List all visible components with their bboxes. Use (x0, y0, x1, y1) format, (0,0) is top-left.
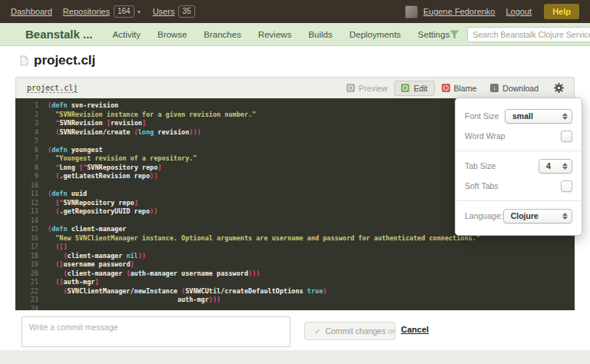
code-text: [^SVNRepository repo] (48, 199, 138, 208)
code-text: (defn svn-revision (48, 101, 118, 111)
line-number: 10 (15, 181, 38, 190)
select-stepper-icon (562, 163, 568, 170)
font-size-select[interactable]: small (505, 109, 572, 124)
page-heading: project.clj (20, 53, 95, 68)
line-number: 13 (15, 207, 38, 217)
language-label: Language: (465, 211, 503, 220)
code-text: (SVNClientManager/newInstance (SVNWCUtil… (48, 287, 326, 296)
code-text: "Youngest revision of a repository." (48, 154, 197, 164)
code-line: 23 auth-mgr))) (15, 296, 575, 305)
blame-icon (442, 84, 450, 92)
repositories-link[interactable]: Repositories (63, 7, 110, 16)
soft-tabs-checkbox[interactable] (561, 180, 572, 192)
tab-size-value: 4 (546, 161, 551, 170)
search-box (467, 27, 590, 42)
preview-icon (346, 84, 355, 92)
user-name-link[interactable]: Eugene Fedorenko (423, 7, 496, 16)
line-number: 16 (15, 234, 38, 243)
blame-button[interactable]: Blame (435, 81, 484, 96)
search-input[interactable] (467, 27, 590, 42)
code-line: 22 (SVNClientManager/newInstance (SVNWCU… (15, 287, 575, 296)
code-text: (defn youngest (48, 146, 103, 155)
nav-item-reviews[interactable]: Reviews (258, 30, 291, 39)
select-stepper-icon (562, 113, 568, 120)
edit-label: Edit (413, 84, 427, 93)
nav-item-browse[interactable]: Browse (157, 30, 187, 39)
footer-strip (0, 350, 590, 364)
language-row: Language: Clojure (456, 206, 582, 226)
preview-label: Preview (359, 84, 387, 93)
word-wrap-checkbox[interactable] (561, 131, 572, 142)
gear-icon[interactable] (552, 81, 566, 95)
code-text: (defn uuid (48, 190, 87, 199)
cancel-link[interactable]: Cancel (401, 325, 429, 334)
tab-size-row: Tab Size 4 (456, 156, 582, 176)
line-number: 1 (15, 101, 38, 111)
users-count-badge: 35 (178, 5, 194, 18)
soft-tabs-label: Soft Tabs (465, 181, 499, 190)
file-toolbar: project.clj Preview Edit Blame ↓ Downloa… (15, 77, 575, 98)
nav-item-settings[interactable]: Settings (418, 30, 450, 39)
code-text: (.getRepositoryUUID repo)) (48, 207, 157, 217)
code-text: "SVNRevision instance for a given revisi… (48, 111, 256, 120)
soft-tabs-row: Soft Tabs (456, 176, 582, 196)
settings-divider (456, 200, 582, 201)
preview-button[interactable]: Preview (340, 81, 394, 96)
help-button[interactable]: Help (544, 4, 579, 19)
repo-navbar: Beanstalk ... ActivityBrowseBranchesRevi… (0, 23, 590, 46)
user-avatar[interactable] (405, 5, 418, 18)
nav-items: ActivityBrowseBranchesReviewsBuildsDeplo… (113, 30, 450, 39)
logout-link[interactable]: Logout (506, 7, 532, 16)
nav-item-deployments[interactable]: Deployments (350, 30, 401, 39)
code-text: (client-manager nil)) (48, 252, 146, 261)
code-text: (.getLatestRevision repo)) (48, 172, 157, 181)
language-select[interactable]: Clojure (503, 209, 572, 223)
filter-icon[interactable] (449, 30, 459, 39)
code-line: 20 (client-manager (auth-manager usernam… (15, 270, 575, 279)
edit-icon (401, 84, 409, 92)
code-text: (SVNRevision/create (long revision))) (48, 128, 201, 137)
code-line: 21 ([auth-mgr] (15, 278, 575, 287)
code-text: auth-mgr))) (48, 296, 220, 305)
line-number: 3 (15, 119, 38, 128)
line-number: 5 (15, 137, 38, 146)
line-number: 21 (15, 278, 38, 287)
line-number: 4 (15, 128, 38, 137)
line-number: 14 (15, 217, 38, 226)
download-label: Download (502, 84, 539, 93)
code-line: 24 (15, 305, 575, 311)
nav-item-builds[interactable]: Builds (308, 30, 332, 39)
code-line: 19 ([username password] (15, 260, 575, 270)
settings-divider (456, 151, 582, 151)
nav-item-branches[interactable]: Branches (204, 30, 241, 39)
code-text: (defn client-manager (48, 225, 126, 234)
line-number: 19 (15, 260, 38, 270)
language-value: Clojure (511, 211, 539, 220)
code-line: 17 ([] (15, 243, 575, 252)
commit-message-input[interactable] (22, 316, 290, 347)
line-number: 2 (15, 111, 38, 120)
repositories-dropdown-caret-icon[interactable]: ▾ (138, 8, 141, 15)
font-size-value: small (512, 111, 533, 121)
commit-changes-button[interactable]: ✓ Commit changes (304, 322, 396, 340)
blame-label: Blame (454, 84, 477, 93)
line-number: 24 (15, 305, 38, 311)
line-number: 20 (15, 270, 38, 279)
line-number: 11 (15, 190, 38, 199)
repositories-count-badge: 164 (114, 5, 134, 18)
nav-item-activity[interactable]: Activity (113, 30, 141, 39)
beanstalk-logo[interactable]: Beanstalk ... (25, 28, 93, 41)
tab-size-label: Tab Size (465, 161, 496, 170)
edit-button[interactable]: Edit (394, 81, 434, 96)
dashboard-link[interactable]: Dashboard (11, 7, 52, 16)
tab-size-select[interactable]: 4 (539, 159, 572, 174)
download-button[interactable]: ↓ Download (483, 81, 545, 96)
line-number: 18 (15, 252, 38, 261)
users-link[interactable]: Users (153, 7, 175, 16)
code-line: 18 (client-manager nil)) (15, 252, 575, 261)
line-number: 9 (15, 172, 38, 181)
file-tab[interactable]: project.clj (27, 84, 78, 93)
word-wrap-row: Word Wrap (456, 126, 582, 146)
code-text: ([auth-mgr] (48, 278, 99, 287)
line-number: 23 (15, 296, 38, 305)
